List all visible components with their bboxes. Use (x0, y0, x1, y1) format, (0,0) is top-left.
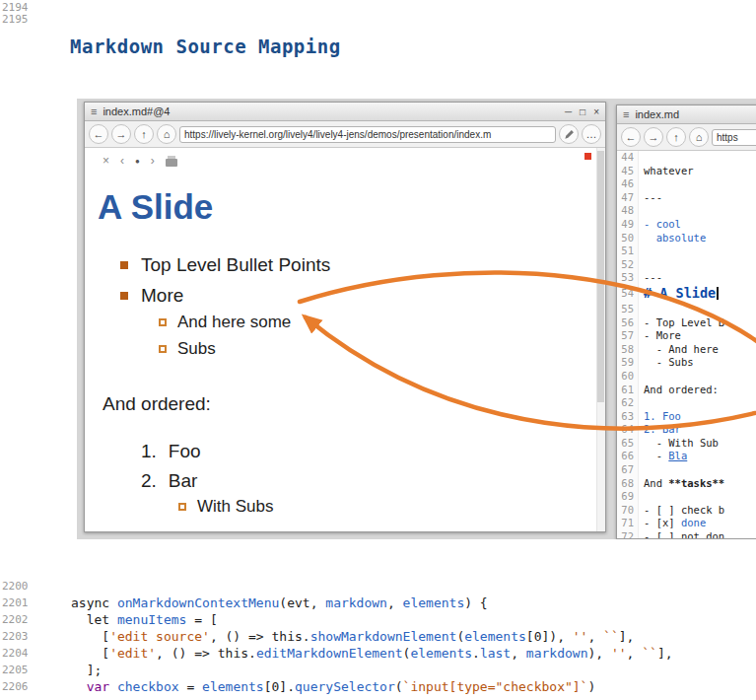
code-token: . (472, 646, 480, 661)
code-token: , () => (156, 646, 218, 661)
code-token: - With Sub (644, 437, 719, 449)
code-token: elements (464, 629, 526, 644)
code-token: absolute (644, 232, 706, 244)
line-number: 2200 (0, 578, 37, 595)
bullet-hollow-square-icon (178, 503, 186, 511)
line-number: 47 (617, 191, 639, 205)
code-token: `input[type="checkbox"]` (403, 679, 588, 694)
line-number: 46 (617, 177, 639, 191)
line-number: 57 (617, 329, 639, 343)
line-number: 64 (617, 423, 639, 437)
line-text: async onMarkdownContextMenu(evt, markdow… (71, 595, 488, 611)
minimize-icon[interactable]: ─ (565, 106, 572, 117)
slide-content: × ‹ ● › A Slide Top Level Bullet Points … (85, 148, 605, 531)
editor-line: 69 (617, 490, 756, 504)
editor-line: 48 (617, 204, 756, 218)
current-slide-icon[interactable]: ● (135, 157, 140, 166)
line-text: - And here (639, 343, 719, 357)
line-number: 44 (617, 151, 639, 165)
javascript-code-editor[interactable]: 22002201async onMarkdownContextMenu(evt,… (0, 578, 756, 695)
line-text: - [ ] not don (639, 530, 724, 538)
editor-line: 49- cool (617, 218, 756, 232)
back-button[interactable]: ← (621, 127, 641, 147)
code-token: showMarkdownElement (310, 629, 457, 644)
code-token: this (218, 646, 248, 661)
code-token: querySelector (295, 679, 395, 694)
up-button[interactable]: ↑ (666, 127, 686, 147)
up-button[interactable]: ↑ (134, 124, 154, 144)
code-token: this (272, 629, 303, 644)
close-icon[interactable]: × (593, 106, 599, 117)
code-token: - Subs (644, 356, 694, 368)
line-text: --- (639, 191, 662, 205)
line-text (639, 303, 644, 316)
scrollbar[interactable] (596, 148, 605, 531)
prev-slide-icon[interactable]: ‹ (120, 154, 124, 168)
bullet-square-icon (120, 292, 128, 300)
code-token: 2. Bar (644, 423, 681, 435)
line-text: And **tasks** (639, 477, 724, 491)
back-button[interactable]: ← (89, 124, 108, 144)
editor-line: 2203 ['edit source', () => this.showMark… (0, 628, 756, 645)
url-input[interactable]: https (712, 129, 756, 146)
sub-list-item: And here some (159, 313, 291, 332)
editor-line: 54# A Slide (617, 285, 756, 303)
gutter-line-number: 2194 (2, 2, 29, 14)
line-number: 68 (617, 477, 639, 491)
list-item-label: And here some (177, 313, 291, 332)
line-text (639, 463, 644, 477)
line-text: - Top Level B (639, 316, 724, 330)
next-slide-icon[interactable]: › (151, 154, 155, 168)
url-input[interactable]: https://lively-kernel.org/lively4/lively… (179, 126, 556, 143)
code-token: markdown (526, 646, 588, 661)
list-number: 2. (141, 470, 157, 492)
code-token: 1. Foo (644, 410, 681, 422)
scrollbar-thumb[interactable] (597, 151, 604, 402)
close-presentation-icon[interactable]: × (103, 154, 109, 168)
menu-icon[interactable]: ≡ (623, 108, 629, 120)
maximize-icon[interactable]: □ (580, 106, 585, 117)
line-number: 52 (617, 258, 639, 272)
code-token: - [x] (644, 517, 681, 528)
home-button[interactable]: ⌂ (689, 127, 709, 147)
line-text: - Bla (639, 450, 687, 463)
code-token: Bla (668, 450, 687, 461)
markdown-source-editor[interactable]: 4445whatever4647---4849- cool50 absolute… (617, 151, 756, 538)
forward-button[interactable]: → (111, 124, 131, 144)
editor-line: 68And **tasks** (617, 477, 756, 491)
editor-line: 2200 (0, 578, 756, 595)
print-icon[interactable] (166, 159, 177, 167)
list-item: Top Level Bullet Points (120, 254, 330, 276)
line-text: ]; (71, 662, 102, 678)
code-token: ( (279, 595, 287, 610)
line-text: 2. Bar (639, 423, 681, 437)
window-title: index.md#@4 (103, 105, 559, 117)
editor-line: 47--- (617, 191, 756, 205)
code-token: , (587, 629, 603, 644)
editor-line: 642. Bar (617, 423, 756, 437)
code-token: - cool (644, 218, 681, 230)
list-item-label: Foo (169, 441, 201, 462)
line-text (639, 151, 644, 165)
home-button[interactable]: ⌂ (157, 124, 176, 144)
forward-button[interactable]: → (644, 127, 663, 147)
code-token: async (71, 595, 117, 610)
code-token: [0]), (526, 629, 573, 644)
navigation-bar: ← → ↑ ⌂ https (617, 124, 756, 151)
line-text: # A Slide (639, 285, 719, 303)
editor-line: 56- Top Level B (617, 316, 756, 330)
line-number: 2203 (0, 628, 37, 645)
gutter-line-number: 2195 (2, 14, 29, 26)
code-token: markdown (325, 595, 387, 610)
code-token: , (511, 646, 526, 661)
menu-icon[interactable]: ≡ (91, 105, 97, 117)
code-token: last (480, 646, 511, 661)
more-options-button[interactable]: … (582, 124, 601, 144)
line-text: ['edit', () => this.editMarkdownElement(… (71, 645, 673, 662)
line-text: - cool (639, 218, 681, 232)
edit-pencil-button[interactable] (559, 124, 579, 144)
list-item: More (120, 285, 183, 307)
line-number: 56 (617, 316, 639, 330)
code-token: # A Slide (644, 285, 716, 301)
line-text: - [x] done (639, 517, 706, 530)
